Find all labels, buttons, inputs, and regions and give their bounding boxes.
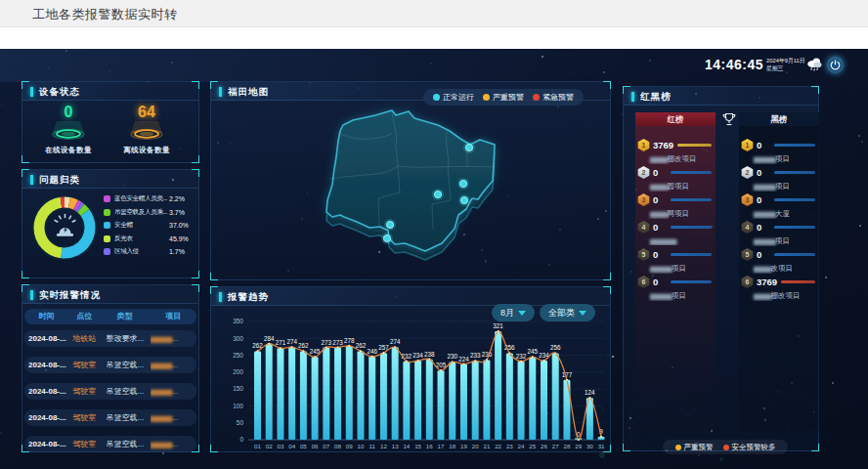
panel-realtime-alarm: 实时报警情况 时间点位类型项目2024-08-...地铁站整改要求...▆▆▆▆… (22, 284, 199, 452)
ranking-item[interactable]: 30▆▆▆▆▆大厦 (741, 193, 817, 219)
ranking-item[interactable]: 10▆▆▆▆▆项目 (741, 139, 817, 164)
rank-hex-badge: 4 (637, 221, 650, 234)
map-legend-label: 正常运行 (443, 92, 474, 103)
ranking-item[interactable]: 40▆▆▆▆▆▆ (637, 221, 714, 245)
svg-text:06: 06 (312, 443, 319, 449)
svg-text:245: 245 (528, 348, 539, 355)
status-dot (433, 94, 440, 101)
ranking-value: 0 (653, 167, 667, 178)
svg-text:224: 224 (458, 356, 469, 362)
alarm-location: 驾驶室 (69, 436, 101, 452)
alarm-time: 2024-08-... (24, 409, 69, 426)
map-point[interactable] (434, 191, 441, 197)
ranking-name: ▆▆▆▆改项目 (741, 264, 817, 274)
alarm-location: 驾驶室 (69, 357, 101, 373)
ranking-bar (671, 171, 712, 174)
chevron-down-icon (518, 311, 526, 316)
legend-percent: 3.7% (169, 209, 193, 216)
svg-text:24: 24 (518, 443, 525, 449)
svg-text:21: 21 (483, 443, 490, 449)
alarm-type: 整改要求... (100, 330, 150, 347)
status-dot (533, 94, 540, 101)
ranking-item[interactable]: 20▆▆▆▆▆项目 (741, 166, 817, 192)
svg-text:271: 271 (276, 339, 286, 346)
svg-text:262: 262 (298, 342, 309, 349)
ranking-name: ▆▆▆▆▆项目 (637, 264, 714, 274)
ranking-item[interactable]: 40▆▆▆▆▆项目 (741, 221, 817, 246)
ranking-name: ▆▆▆▆▆项目 (637, 291, 714, 301)
donut-legend-item: 安全帽37.0% (104, 219, 190, 233)
alarm-project-masked: ▆▆▆▆▆ (151, 335, 172, 342)
svg-text:250: 250 (233, 352, 243, 359)
alarm-table-row[interactable]: 2024-08-...驾驶室吊篮空载...▆▆▆▆▆... (24, 409, 196, 426)
svg-text:232: 232 (516, 353, 527, 360)
alarm-table-row[interactable]: 2024-08-...驾驶室吊篮空载...▆▆▆▆▆... (24, 436, 196, 452)
map-legend-item: 正常运行 (433, 92, 474, 103)
svg-text:50: 50 (237, 419, 244, 426)
map-point[interactable] (460, 196, 467, 203)
svg-text:230: 230 (447, 353, 457, 360)
ranking-bar (671, 253, 712, 256)
ranking-name: ▆▆▆▆园项目 (637, 182, 714, 192)
svg-text:20: 20 (472, 443, 479, 449)
map-point[interactable] (386, 221, 393, 228)
svg-text:0: 0 (239, 436, 243, 443)
problem-donut-chart (23, 186, 106, 268)
device-stat: 0在线设备数量 (29, 104, 108, 155)
alarm-table-row[interactable]: 2024-08-...驾驶室吊篮空载...▆▆▆▆▆... (24, 383, 196, 400)
alarm-time: 2024-08-... (24, 330, 69, 347)
ranking-item[interactable]: 50▆▆▆▆▆项目 (637, 248, 714, 274)
svg-text:07: 07 (323, 443, 329, 449)
ranking-value: 0 (653, 277, 667, 287)
alarm-project-masked: ▆▆▆▆▆ (151, 362, 172, 368)
ranking-item[interactable]: 63769▆▆▆▆棚改项目 (741, 276, 817, 301)
alarm-project: ▆▆▆▆▆... (151, 330, 196, 347)
alarm-location: 地铁站 (69, 330, 101, 347)
ranking-bar (774, 226, 815, 229)
legend-label: 安全帽 (114, 221, 169, 230)
legend-percent: 45.9% (169, 235, 193, 242)
alarm-project-masked: ▆▆▆▆▆ (151, 441, 172, 448)
svg-text:25: 25 (529, 443, 536, 449)
rank-hex-badge: 5 (741, 248, 754, 261)
alarm-table-row[interactable]: 2024-08-...驾驶室吊篮空载...▆▆▆▆▆... (24, 357, 196, 373)
legend-percent: 2.2% (169, 195, 193, 202)
ranking-item[interactable]: 30▆▆▆▆网项目 (637, 193, 714, 219)
map-point[interactable] (465, 144, 472, 150)
alarm-project: ▆▆▆▆▆... (151, 357, 196, 373)
status-dot (723, 445, 729, 450)
page-title: 工地各类报警数据实时转 (32, 6, 178, 23)
svg-text:13: 13 (392, 443, 399, 449)
ranking-value: 0 (653, 222, 667, 233)
alarm-time: 2024-08-... (24, 357, 69, 373)
tab-black-list[interactable]: 黑榜 (739, 112, 819, 126)
ranking-name-masked: ▆▆▆▆▆▆ (650, 237, 675, 244)
ranking-item[interactable]: 60▆▆▆▆▆项目 (637, 276, 714, 301)
ranking-item[interactable]: 13769▆▆▆▆棚改项目 (637, 139, 714, 164)
map-legend-item: 紧急预警 (533, 92, 574, 103)
ranking-legend-item: 安全预警较多 (723, 443, 776, 452)
svg-text:200: 200 (233, 368, 243, 375)
alarm-type: 吊篮空载... (100, 357, 150, 373)
ranking-item[interactable]: 50▆▆▆▆改项目 (741, 248, 817, 274)
weekday-text: 星期三 (766, 65, 805, 73)
alarm-table-row[interactable]: 2024-08-...地铁站整改要求...▆▆▆▆▆... (24, 330, 196, 347)
svg-text:05: 05 (300, 443, 307, 449)
map-point[interactable] (383, 234, 390, 241)
svg-text:300: 300 (233, 335, 243, 342)
ranking-item[interactable]: 20▆▆▆▆园项目 (637, 166, 714, 192)
legend-label: 蓝色安全帽人员类... (114, 194, 169, 203)
dashboard: 14:46:45 2024年9月11日 星期三 设备状态 0在线设备数量64离线… (0, 49, 868, 469)
power-button[interactable] (827, 57, 844, 73)
svg-text:16: 16 (426, 443, 433, 449)
status-dot (483, 94, 490, 101)
alarm-time: 2024-08-... (24, 383, 69, 400)
map-point[interactable] (459, 180, 466, 187)
svg-text:29: 29 (575, 443, 582, 449)
ranking-name-masked: ▆▆▆▆ (650, 210, 668, 217)
trophy-icon (720, 110, 738, 128)
ranking-name-masked: ▆▆▆▆▆ (754, 210, 775, 217)
ranking-name-masked: ▆▆▆▆▆ (754, 237, 775, 244)
ranking-value: 0 (757, 167, 770, 178)
tab-red-list[interactable]: 红榜 (635, 112, 716, 126)
